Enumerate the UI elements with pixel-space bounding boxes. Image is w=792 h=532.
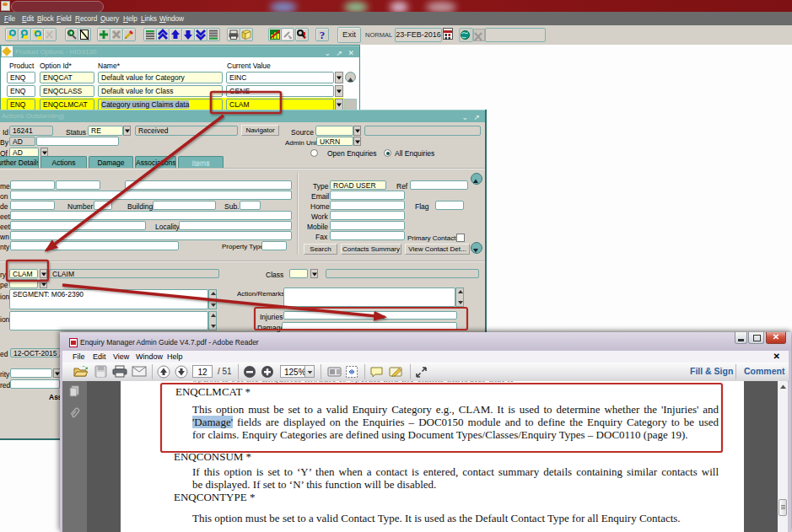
svg-text:?: ? xyxy=(320,29,326,40)
